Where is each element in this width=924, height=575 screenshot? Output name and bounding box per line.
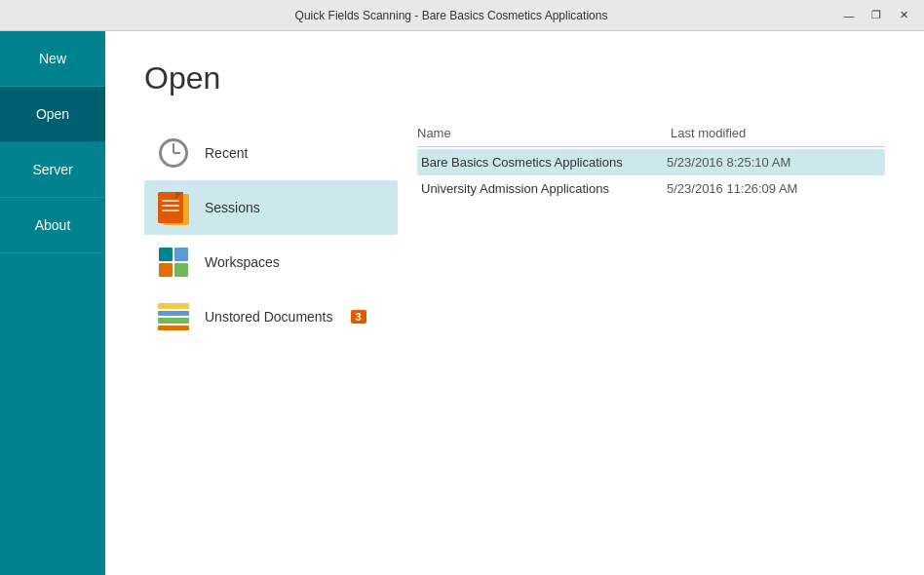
- nav-item-sessions[interactable]: Sessions: [144, 180, 398, 235]
- column-header-name: Name: [417, 126, 671, 140]
- ws-tile-1: [159, 248, 173, 261]
- doc-line-2: [162, 205, 179, 207]
- sidebar: New Open Server About: [0, 31, 105, 575]
- main-content: Open Recent: [105, 31, 924, 575]
- file-date-2: 5/23/2016 11:26:09 AM: [667, 181, 862, 196]
- window-title: Quick Fields Scanning - Bare Basics Cosm…: [66, 9, 836, 22]
- window-controls: — ❐ ✕: [836, 6, 916, 25]
- unstored-icon-container: [156, 299, 191, 334]
- app-container: New Open Server About Open Recent: [0, 31, 924, 575]
- ud-line-1: [158, 303, 189, 309]
- file-date-1: 5/23/2016 8:25:10 AM: [667, 155, 862, 170]
- sidebar-item-open[interactable]: Open: [0, 87, 105, 142]
- unstored-badge: 3: [351, 310, 366, 324]
- ws-tile-4: [174, 263, 188, 277]
- file-extra-2: [862, 181, 881, 196]
- ws-tile-3: [159, 263, 173, 277]
- doc-line-3: [162, 210, 179, 211]
- ud-line-2: [158, 311, 189, 317]
- minimize-button[interactable]: —: [836, 6, 862, 25]
- column-header-modified: Last modified: [671, 126, 866, 140]
- column-header-extra: [866, 126, 885, 140]
- nav-label-unstored: Unstored Documents: [205, 309, 333, 325]
- sessions-icon-container: [156, 190, 191, 225]
- nav-label-recent: Recent: [205, 145, 248, 161]
- file-name-1: Bare Basics Cosmetics Applications: [421, 155, 667, 170]
- nav-item-unstored[interactable]: Unstored Documents 3: [144, 289, 398, 344]
- restore-button[interactable]: ❐: [864, 6, 889, 25]
- nav-item-workspaces[interactable]: Workspaces: [144, 235, 398, 289]
- sessions-icon: [158, 190, 189, 225]
- table-row[interactable]: Bare Basics Cosmetics Applications 5/23/…: [417, 149, 885, 175]
- ud-line-3: [158, 318, 189, 324]
- open-panel: Recent: [144, 126, 885, 546]
- file-name-2: University Admission Applications: [421, 181, 667, 196]
- unstored-icon: [158, 303, 189, 330]
- page-title: Open: [144, 60, 885, 96]
- file-table: Name Last modified Bare Basics Cosmetics…: [417, 126, 885, 546]
- ws-tile-2: [174, 248, 188, 261]
- table-row[interactable]: University Admission Applications 5/23/2…: [417, 175, 885, 202]
- close-button[interactable]: ✕: [891, 6, 916, 25]
- doc-front: [158, 192, 183, 223]
- workspaces-icon-container: [156, 245, 191, 280]
- nav-label-sessions: Sessions: [205, 200, 260, 215]
- sidebar-item-about[interactable]: About: [0, 198, 105, 253]
- nav-label-workspaces: Workspaces: [205, 254, 280, 270]
- workspaces-icon: [159, 248, 188, 277]
- ud-line-4: [158, 326, 189, 331]
- doc-line-1: [162, 200, 179, 202]
- recent-icon-container: [156, 135, 191, 171]
- table-header: Name Last modified: [417, 126, 885, 147]
- doc-fold: [175, 192, 183, 200]
- open-nav: Recent: [144, 126, 398, 546]
- nav-item-recent[interactable]: Recent: [144, 126, 398, 180]
- title-bar: Quick Fields Scanning - Bare Basics Cosm…: [0, 0, 924, 31]
- file-extra-1: [862, 155, 881, 170]
- sidebar-item-server[interactable]: Server: [0, 142, 105, 198]
- sidebar-item-new[interactable]: New: [0, 31, 105, 87]
- clock-icon: [159, 138, 188, 168]
